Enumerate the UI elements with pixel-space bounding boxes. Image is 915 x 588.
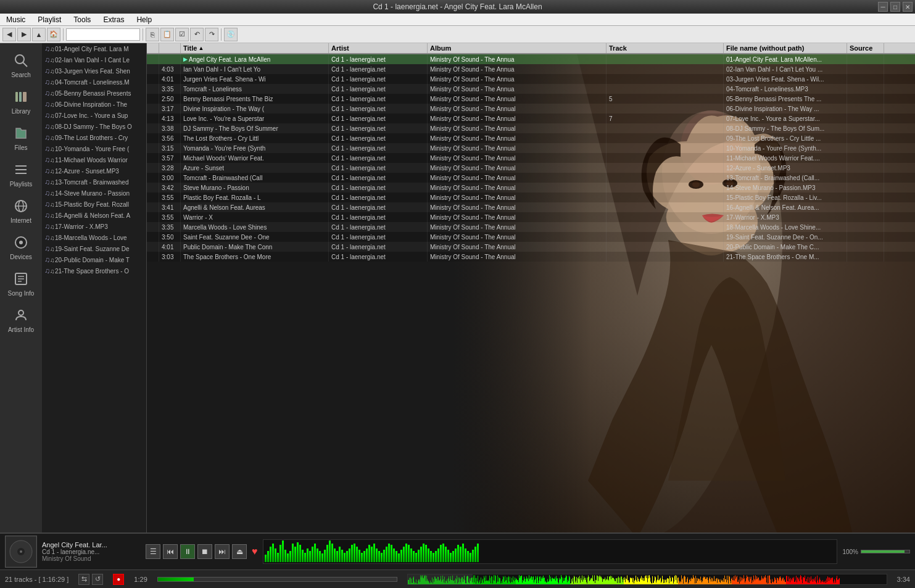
menu-help[interactable]: Help: [133, 14, 155, 25]
table-row[interactable]: 3:41 Agnelli & Nelson Feat. Aureas Cd 1 …: [147, 202, 915, 212]
col-header-num[interactable]: [147, 43, 159, 53]
file-item[interactable]: ♫15-Plastic Boy Feat. Rozall: [42, 199, 146, 210]
file-item[interactable]: ♫06-Divine Inspiration - The: [42, 99, 146, 110]
file-item[interactable]: ♫13-Tomcraft - Brainwashed: [42, 176, 146, 188]
search-input[interactable]: [66, 28, 140, 41]
row-num: [147, 74, 159, 84]
file-item[interactable]: ♫01-Angel City Feat. Lara M: [42, 43, 146, 54]
toolbar-copy[interactable]: ⎘: [146, 28, 159, 41]
table-row[interactable]: 3:42 Steve Murano - Passion Cd 1 - laene…: [147, 183, 915, 193]
menu-playlist[interactable]: Playlist: [34, 14, 65, 25]
next-button[interactable]: ⏭: [215, 544, 230, 559]
sidebar-item-artistinfo[interactable]: Artist Info: [0, 300, 42, 337]
table-row[interactable]: 3:15 Yomanda - You're Free (Synth Cd 1 -…: [147, 143, 915, 153]
maximize-button[interactable]: □: [890, 2, 900, 12]
file-item[interactable]: ♫04-Tomcraft - Loneliness.M: [42, 77, 146, 88]
col-header-album[interactable]: Album: [428, 43, 607, 53]
sidebar-item-internet[interactable]: Internet: [0, 191, 42, 228]
svg-line-1: [23, 62, 27, 67]
col-header-time[interactable]: [159, 43, 181, 53]
menu-tools[interactable]: Tools: [70, 14, 94, 25]
table-row[interactable]: 3:35 Tomcraft - Loneliness Cd 1 - laener…: [147, 84, 915, 94]
file-item[interactable]: ♫09-The Lost Brothers - Cry: [42, 132, 146, 143]
pause-button[interactable]: ⏸: [180, 544, 195, 559]
table-row[interactable]: 3:50 Saint Feat. Suzanne Dee - One Cd 1 …: [147, 232, 915, 242]
row-source: [847, 202, 884, 212]
sidebar-item-devices[interactable]: Devices: [0, 228, 42, 264]
table-row[interactable]: 3:17 Divine Inspiration - The Way ( Cd 1…: [147, 104, 915, 114]
file-item[interactable]: ♫07-Love Inc. - Youre a Sup: [42, 110, 146, 121]
playlist-button[interactable]: ☰: [146, 544, 160, 559]
file-item[interactable]: ♫19-Saint Feat. Suzanne De: [42, 243, 146, 254]
toolbar-home[interactable]: 🏠: [47, 28, 60, 41]
toolbar-paste[interactable]: 📋: [160, 28, 174, 41]
table-row[interactable]: 3:03 The Space Brothers - One More Cd 1 …: [147, 252, 915, 262]
sidebar-item-search[interactable]: Search: [0, 46, 42, 82]
table-row[interactable]: 4:01 Public Domain - Make The Conn Cd 1 …: [147, 242, 915, 252]
sidebar-item-files[interactable]: Files: [0, 118, 42, 155]
status-icon2[interactable]: ↺: [92, 574, 103, 585]
file-item[interactable]: ♫02-Ian Van Dahl - I Cant Le: [42, 54, 146, 65]
sidebar-item-playlists[interactable]: Playlists: [0, 155, 42, 191]
minimize-button[interactable]: ─: [878, 2, 888, 12]
toolbar-select[interactable]: ☑: [175, 28, 189, 41]
col-header-source[interactable]: Source: [847, 43, 884, 53]
stop-button[interactable]: ⏹: [197, 544, 212, 559]
file-item[interactable]: ♫17-Warrior - X.MP3: [42, 221, 146, 232]
toolbar-burn[interactable]: 💿: [224, 28, 238, 41]
status-icon1[interactable]: ⇆: [78, 574, 89, 585]
visualizer-bar: [277, 553, 279, 562]
table-row[interactable]: 3:35 Marcella Woods - Love Shines Cd 1 -…: [147, 222, 915, 232]
table-row[interactable]: 4:03 Ian Van Dahl - I Can't Let Yo Cd 1 …: [147, 64, 915, 74]
playlists-icon: [11, 160, 31, 180]
menu-music[interactable]: Music: [2, 14, 29, 25]
file-item[interactable]: ♫20-Public Domain - Make T: [42, 254, 146, 265]
row-source: [847, 183, 884, 193]
file-item[interactable]: ♫12-Azure - Sunset.MP3: [42, 165, 146, 176]
col-header-filename[interactable]: File name (without path): [724, 43, 847, 53]
col-header-artist[interactable]: Artist: [329, 43, 428, 53]
file-item[interactable]: ♫10-Yomanda - Youre Free (: [42, 143, 146, 154]
eject-button[interactable]: ⏏: [232, 544, 247, 559]
file-item[interactable]: ♫18-Marcella Woods - Love: [42, 232, 146, 243]
sidebar-item-songinfo[interactable]: Song Info: [0, 264, 42, 300]
progress-bar[interactable]: [157, 577, 398, 582]
waveform[interactable]: [407, 574, 887, 585]
row-track: [607, 212, 724, 222]
table-row[interactable]: 3:57 Michael Woods' Warrior Feat. Cd 1 -…: [147, 153, 915, 163]
toolbar-up[interactable]: ▲: [32, 28, 46, 41]
toolbar-forward[interactable]: ▶: [17, 28, 31, 41]
table-row[interactable]: 3:56 The Lost Brothers - Cry Littl Cd 1 …: [147, 133, 915, 143]
table-row[interactable]: 3:00 Tomcraft - Brainwashed (Call Cd 1 -…: [147, 173, 915, 183]
music-note-icon: ♫: [44, 267, 53, 275]
sidebar-item-library[interactable]: Library: [0, 82, 42, 118]
table-row[interactable]: 3:28 Azure - Sunset Cd 1 - laenergia.net…: [147, 163, 915, 173]
row-artist: Cd 1 - laenergia.net: [329, 123, 428, 133]
table-row[interactable]: 4:13 Love Inc. - You're a Superstar Cd 1…: [147, 114, 915, 123]
col-header-title[interactable]: Title ▲: [181, 43, 329, 53]
file-item[interactable]: ♫16-Agnelli & Nelson Feat. A: [42, 210, 146, 221]
menu-extras[interactable]: Extras: [99, 14, 128, 25]
file-item[interactable]: ♫21-The Space Brothers - O: [42, 265, 146, 276]
table-header: Title ▲ Artist Album Track File name (wi…: [147, 43, 915, 54]
file-item[interactable]: ♫03-Jurgen Vries Feat. Shen: [42, 65, 146, 77]
file-item[interactable]: ♫08-DJ Sammy - The Boys O: [42, 121, 146, 132]
close-button[interactable]: ✕: [903, 2, 913, 12]
favorite-button[interactable]: ♥: [252, 546, 258, 557]
file-item[interactable]: ♫14-Steve Murano - Passion: [42, 188, 146, 199]
volume-bar[interactable]: [861, 550, 910, 553]
table-row[interactable]: 4:01 Jurgen Vries Feat. Shena - Wi Cd 1 …: [147, 74, 915, 84]
prev-button[interactable]: ⏮: [163, 544, 178, 559]
toolbar-redo[interactable]: ↷: [205, 28, 218, 41]
col-header-track[interactable]: Track: [607, 43, 724, 53]
file-item[interactable]: ♫05-Benny Benassi Presents: [42, 88, 146, 99]
toolbar-back[interactable]: ◀: [2, 28, 16, 41]
table-row[interactable]: 3:38 DJ Sammy - The Boys Of Summer Cd 1 …: [147, 123, 915, 133]
table-row[interactable]: 3:55 Warrior - X Cd 1 - laenergia.net Mi…: [147, 212, 915, 222]
table-row[interactable]: 3:55 Plastic Boy Feat. Rozalla - L Cd 1 …: [147, 193, 915, 202]
table-row[interactable]: ▶Angel City Feat. Lara McAllen Cd 1 - la…: [147, 54, 915, 64]
row-time: 3:55: [159, 193, 181, 202]
file-item[interactable]: ♫11-Michael Woods Warrior: [42, 154, 146, 165]
table-row[interactable]: 2:50 Benny Benassi Presents The Biz Cd 1…: [147, 94, 915, 104]
toolbar-undo[interactable]: ↶: [190, 28, 204, 41]
